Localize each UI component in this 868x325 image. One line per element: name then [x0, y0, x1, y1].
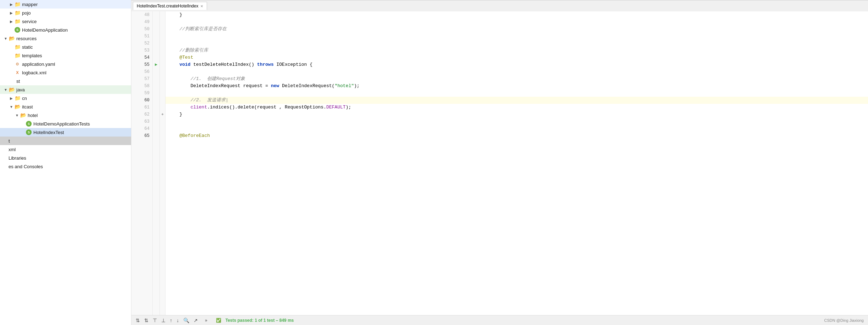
sidebar-item-xml[interactable]: xml — [0, 145, 131, 154]
sidebar-item-static[interactable]: 📁 static — [0, 43, 131, 51]
sidebar-item-pojo[interactable]: ▶ 📁 pojo — [0, 9, 131, 17]
code-line-60: //2. 发送请求| — [166, 97, 868, 104]
gutter-62 — [153, 111, 160, 118]
sidebar-item-cn[interactable]: ▶ 📁 cn — [0, 94, 131, 102]
sidebar-label-templates: templates — [22, 53, 42, 58]
bm-62: ◆ — [159, 111, 166, 118]
tree-arrow-resources: ▼ — [3, 36, 9, 41]
sidebar: ▶ 📁 mapper ▶ 📁 pojo ▶ 📁 service S HotelD… — [0, 0, 131, 325]
sidebar-label-t: t — [9, 138, 10, 144]
tree-arrow-es-consoles — [3, 164, 9, 169]
folder-icon-java: 📂 — [9, 86, 15, 93]
code-area[interactable]: 48 49 50 51 52 53 54 55 56 57 58 59 60 6… — [131, 11, 868, 315]
sidebar-item-es-consoles[interactable]: es and Consoles — [0, 162, 131, 171]
sidebar-label-xml: xml — [9, 147, 16, 152]
sidebar-item-hotel-index-test[interactable]: S HotelIndexTest — [0, 128, 131, 137]
sidebar-item-t[interactable]: t — [0, 137, 131, 145]
sidebar-item-service[interactable]: ▶ 📁 service — [0, 17, 131, 26]
code-line-62: } — [166, 111, 868, 118]
line-num-49: 49 — [139, 18, 150, 26]
move-up-icon[interactable]: ↑ — [170, 318, 172, 323]
code-line-55: void testDeleteHotelIndex() throws IOExc… — [166, 61, 868, 68]
align-bottom-icon[interactable]: ⊥ — [161, 318, 166, 323]
find-icon[interactable]: 🔍 — [183, 318, 189, 323]
test-result-text: Tests passed: 1 of 1 test – 849 ms — [226, 318, 294, 323]
sidebar-label-java: java — [16, 87, 25, 92]
code-line-50: //判断索引库是否存在 — [166, 26, 868, 33]
bm-56 — [159, 68, 166, 75]
tree-arrow-mapper: ▶ — [9, 1, 14, 7]
tree-arrow-java: ▼ — [3, 87, 9, 92]
sidebar-item-libraries[interactable]: Libraries — [0, 154, 131, 162]
tree-arrow-t — [3, 138, 9, 144]
sidebar-label-hotel-demo-app: HotelDemoApplication — [22, 27, 68, 33]
goto-icon[interactable]: ↗ — [194, 318, 198, 323]
line-num-56: 56 — [139, 68, 150, 75]
sidebar-label-itcast: itcast — [22, 104, 33, 110]
run-icon-55[interactable]: ▶ — [155, 61, 157, 68]
sidebar-item-st[interactable]: st — [0, 77, 131, 85]
sort-lines-alt-icon[interactable]: ⇅ — [144, 318, 148, 323]
gutter-56 — [153, 68, 160, 75]
line-num-53: 53 — [139, 47, 150, 54]
tree-arrow-service: ▶ — [9, 18, 14, 24]
line-num-65: 65 — [139, 132, 150, 139]
more-actions-icon[interactable]: » — [205, 318, 207, 323]
test-check-icon: ✅ — [216, 318, 221, 323]
folder-icon-st — [9, 78, 15, 84]
sidebar-label-cn: cn — [22, 96, 27, 101]
springboot-icon-index-test: S — [26, 129, 32, 135]
line-num-48: 48 — [139, 11, 150, 18]
code-line-56 — [166, 68, 868, 75]
tree-arrow-logback-xml — [9, 70, 14, 75]
sidebar-label-mapper: mapper — [22, 2, 38, 7]
gutter-57 — [153, 75, 160, 82]
tree-arrow-hotel: ▼ — [14, 112, 20, 118]
gutter-48 — [153, 11, 160, 18]
gutter-61 — [153, 104, 160, 111]
tree-arrow-templates — [9, 53, 14, 58]
move-down-icon[interactable]: ↓ — [177, 318, 179, 323]
sidebar-item-logback-xml[interactable]: X logback.xml — [0, 68, 131, 77]
gutter-55-run[interactable]: ▶ — [153, 61, 160, 68]
sidebar-label-es-consoles: es and Consoles — [9, 164, 43, 169]
sidebar-item-itcast[interactable]: ▼ 📂 itcast — [0, 102, 131, 111]
line-num-61: 61 — [139, 104, 150, 111]
folder-icon-cn: 📁 — [14, 95, 21, 101]
sidebar-item-hotel[interactable]: ▼ 📂 hotel — [0, 111, 131, 119]
line-num-52: 52 — [139, 40, 150, 47]
sidebar-item-templates[interactable]: 📁 templates — [0, 51, 131, 60]
line-numbers: 48 49 50 51 52 53 54 55 56 57 58 59 60 6… — [131, 11, 153, 315]
gutter-59 — [153, 90, 160, 97]
bm-50 — [159, 26, 166, 33]
tab-close-btn[interactable]: ✕ — [200, 4, 203, 8]
gutter-52 — [153, 40, 160, 47]
bm-58 — [159, 82, 166, 90]
sidebar-item-application-yaml[interactable]: ⚙ application.yaml — [0, 60, 131, 68]
tree-arrow-hotel-demo-app — [9, 27, 14, 33]
folder-icon-pojo: 📁 — [14, 10, 21, 16]
sidebar-label-libraries: Libraries — [9, 155, 26, 161]
line-num-63: 63 — [139, 118, 150, 125]
code-lines[interactable]: } //判断索引库是否存在 //删除索引库 @Test void testDel… — [166, 11, 868, 315]
align-top-icon[interactable]: ⊤ — [153, 318, 157, 323]
tree-arrow-itcast: ▼ — [9, 104, 14, 110]
sidebar-item-hotel-demo-tests[interactable]: S HotelDemoApplicationTests — [0, 119, 131, 128]
line-num-64: 64 — [139, 125, 150, 132]
tab-hotel-index-test[interactable]: HotelIndexTest.createHotelIndex ✕ — [133, 2, 207, 10]
sidebar-item-java[interactable]: ▼ 📂 java — [0, 85, 131, 94]
code-line-58: DeleteIndexRequest request = new DeleteI… — [166, 82, 868, 90]
line-num-50: 50 — [139, 26, 150, 33]
sort-lines-icon[interactable]: ⇅ — [136, 318, 140, 323]
sidebar-item-hotel-demo-app[interactable]: S HotelDemoApplication — [0, 26, 131, 34]
sidebar-item-mapper[interactable]: ▶ 📁 mapper — [0, 0, 131, 9]
sidebar-label-service: service — [22, 19, 37, 24]
gutter-50 — [153, 26, 160, 33]
code-line-61: client.indices().delete(request , Reques… — [166, 104, 868, 111]
line-num-59: 59 — [139, 90, 150, 97]
gutter-60 — [153, 97, 160, 104]
gutter-64 — [153, 125, 160, 132]
sidebar-label-logback-xml: logback.xml — [22, 70, 47, 75]
springboot-icon-demo-app: S — [14, 27, 21, 33]
sidebar-item-resources[interactable]: ▼ 📂 resources — [0, 34, 131, 43]
